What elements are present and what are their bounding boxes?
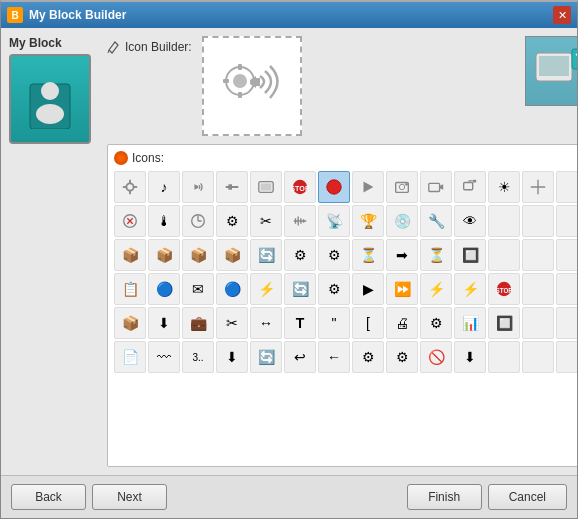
close-button[interactable]: ✕ <box>553 6 571 24</box>
cancel-button[interactable]: Cancel <box>488 484 567 510</box>
icon-cell[interactable]: 📦 <box>114 307 146 339</box>
icon-cell[interactable]: 🔵 <box>148 273 180 305</box>
icon-cell[interactable] <box>488 341 520 373</box>
icon-cell[interactable]: 🔵 <box>216 273 248 305</box>
icon-cell[interactable]: ⏩ <box>386 273 418 305</box>
right-panel: Icon Builder: <box>107 36 577 467</box>
icon-cell[interactable]: ⬇ <box>454 341 486 373</box>
icon-cell[interactable]: 💼 <box>182 307 214 339</box>
icon-cell[interactable] <box>454 171 486 203</box>
icon-cell[interactable] <box>352 171 384 203</box>
my-block-label: My Block <box>9 36 99 50</box>
icon-cell[interactable] <box>318 171 350 203</box>
icon-cell[interactable]: 📦 <box>216 239 248 271</box>
icon-cell[interactable] <box>522 239 554 271</box>
icon-cell[interactable]: 📊 <box>454 307 486 339</box>
icon-cell[interactable]: ♪ <box>148 171 180 203</box>
back-button[interactable]: Back <box>11 484 86 510</box>
icon-cell[interactable] <box>182 171 214 203</box>
icon-cell[interactable] <box>216 171 248 203</box>
icon-cell[interactable]: ⚙ <box>284 239 316 271</box>
icon-cell[interactable] <box>420 171 452 203</box>
icon-cell[interactable] <box>522 307 554 339</box>
icon-cell[interactable]: ⚡ <box>454 273 486 305</box>
icon-cell[interactable]: 📦 <box>148 239 180 271</box>
svg-point-27 <box>327 180 341 194</box>
icon-cell[interactable]: STOP <box>284 171 316 203</box>
icon-cell[interactable]: ← <box>318 341 350 373</box>
icon-cell[interactable]: 🔲 <box>454 239 486 271</box>
icon-cell[interactable]: ⚙ <box>352 341 384 373</box>
icon-cell[interactable] <box>250 171 282 203</box>
svg-marker-20 <box>194 184 198 189</box>
icon-cell[interactable]: ✂ <box>250 205 282 237</box>
icon-cell[interactable] <box>114 171 146 203</box>
icon-cell[interactable] <box>522 205 554 237</box>
icon-cell[interactable] <box>522 171 554 203</box>
icon-cell[interactable]: ⚙ <box>318 273 350 305</box>
icon-cell[interactable]: 🔧 <box>420 205 452 237</box>
icon-cell[interactable] <box>284 205 316 237</box>
icon-cell[interactable]: 📡 <box>318 205 350 237</box>
icon-cell[interactable]: 🔄 <box>250 239 282 271</box>
icon-cell[interactable]: 📦 <box>182 239 214 271</box>
icon-cell[interactable]: 📦 <box>114 239 146 271</box>
icon-cell[interactable]: ⏳ <box>352 239 384 271</box>
icon-cell[interactable] <box>488 239 520 271</box>
icon-cell[interactable] <box>522 273 554 305</box>
icon-cell[interactable]: ⚡ <box>420 273 452 305</box>
icon-cell[interactable]: 🔄 <box>284 273 316 305</box>
icon-cell[interactable] <box>488 205 520 237</box>
icon-cell[interactable]: 🔄 <box>250 341 282 373</box>
icon-cell[interactable] <box>556 273 577 305</box>
next-button[interactable]: Next <box>92 484 167 510</box>
icon-cell[interactable]: ↔ <box>250 307 282 339</box>
icon-cell[interactable]: 🚫 <box>420 341 452 373</box>
icon-cell[interactable] <box>556 307 577 339</box>
icon-canvas[interactable] <box>202 36 302 136</box>
icon-cell[interactable] <box>556 239 577 271</box>
icon-cell[interactable]: ⚙ <box>420 307 452 339</box>
icon-cell[interactable]: T <box>284 307 316 339</box>
icon-cell[interactable]: 🖨 <box>386 307 418 339</box>
icon-cell[interactable]: ⚡ <box>250 273 282 305</box>
icon-cell[interactable]: 3.. <box>182 341 214 373</box>
icon-cell[interactable]: ✉ <box>182 273 214 305</box>
icon-cell[interactable]: ☀ <box>488 171 520 203</box>
icon-cell[interactable]: STOP <box>488 273 520 305</box>
icon-cell[interactable]: ▶ <box>352 273 384 305</box>
icon-cell[interactable]: 🏆 <box>352 205 384 237</box>
svg-rect-16 <box>129 180 131 184</box>
icon-cell[interactable]: [ <box>352 307 384 339</box>
finish-button[interactable]: Finish <box>407 484 482 510</box>
icon-cell[interactable]: 👁 <box>454 205 486 237</box>
svg-point-15 <box>126 183 133 190</box>
icon-cell[interactable]: ⬇ <box>148 307 180 339</box>
icon-cell[interactable]: 🌡 <box>148 205 180 237</box>
icon-cell[interactable] <box>386 171 418 203</box>
icon-cell[interactable]: 🔲 <box>488 307 520 339</box>
icon-cell[interactable]: ⚙ <box>216 205 248 237</box>
icon-cell[interactable] <box>522 341 554 373</box>
icon-cell[interactable]: 〰 <box>148 341 180 373</box>
icon-cell[interactable] <box>182 205 214 237</box>
icon-cell[interactable]: ⏳ <box>420 239 452 271</box>
icon-cell[interactable]: ➡ <box>386 239 418 271</box>
icon-cell[interactable] <box>556 341 577 373</box>
icon-cell[interactable]: ↩ <box>284 341 316 373</box>
svg-rect-6 <box>238 64 242 70</box>
icon-cell[interactable]: 📋 <box>114 273 146 305</box>
svg-rect-32 <box>429 183 440 191</box>
icon-cell[interactable] <box>114 205 146 237</box>
icon-cell[interactable] <box>556 205 577 237</box>
window-title: My Block Builder <box>29 8 126 22</box>
icon-cell[interactable]: 📄 <box>114 341 146 373</box>
icon-cell[interactable]: " <box>318 307 350 339</box>
icon-cell[interactable]: ⬇ <box>216 341 248 373</box>
icon-cell[interactable] <box>556 171 577 203</box>
window-icon: B <box>7 7 23 23</box>
icon-cell[interactable]: ⚙ <box>318 239 350 271</box>
icon-cell[interactable]: ⚙ <box>386 341 418 373</box>
icon-cell[interactable]: ✂ <box>216 307 248 339</box>
icon-cell[interactable]: 💿 <box>386 205 418 237</box>
